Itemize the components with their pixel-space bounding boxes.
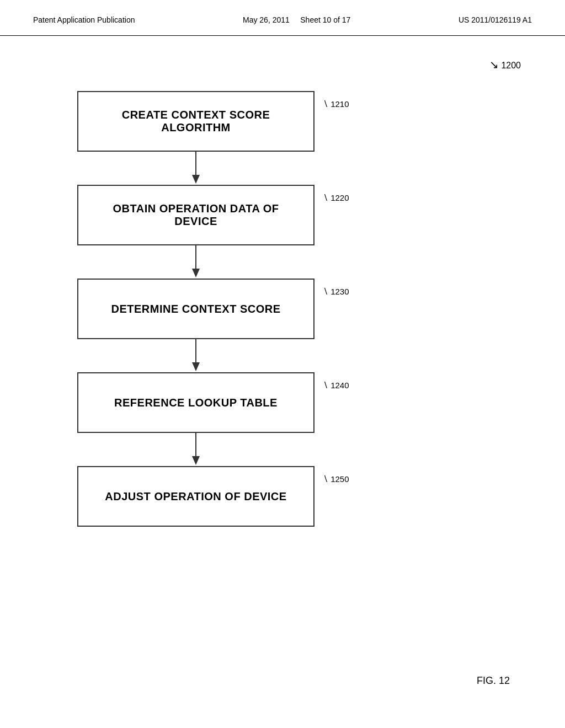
step-ref-1210: ∖ 1210 — [323, 99, 349, 109]
step-label-1210: CREATE CONTEXT SCOREALGORITHM — [122, 109, 270, 134]
step-box-1210: CREATE CONTEXT SCOREALGORITHM — [77, 91, 315, 152]
header-right: US 2011/0126119 A1 — [459, 15, 532, 24]
step-box-1250: ADJUST OPERATION OF DEVICE — [77, 466, 315, 527]
svg-marker-5 — [192, 362, 200, 371]
arrow-1240-1250 — [77, 433, 315, 466]
arrow-svg-4 — [188, 433, 204, 466]
step-ref-1230: ∖ 1230 — [323, 287, 349, 297]
patent-number-label: US 2011/0126119 A1 — [459, 15, 532, 24]
arrow-1210-1220 — [77, 152, 315, 185]
step-label-1230: DETERMINE CONTEXT SCORE — [111, 303, 280, 315]
step-row-1210: CREATE CONTEXT SCOREALGORITHM ∖ 1210 — [77, 91, 315, 152]
svg-marker-1 — [192, 175, 200, 184]
arrow-1220-1230 — [77, 245, 315, 279]
step-row-1220: OBTAIN OPERATION DATA OFDEVICE ∖ 1220 — [77, 185, 315, 245]
step-row-1250: ADJUST OPERATION OF DEVICE ∖ 1250 — [77, 466, 315, 527]
publication-label: Patent Application Publication — [33, 15, 135, 24]
step-ref-1250: ∖ 1250 — [323, 474, 349, 484]
step-row-1230: DETERMINE CONTEXT SCORE ∖ 1230 — [77, 279, 315, 339]
svg-marker-7 — [192, 456, 200, 465]
flowchart-id-label: ↘ 1200 — [489, 58, 521, 71]
step-ref-1240: ∖ 1240 — [323, 381, 349, 390]
arrow-1230-1240 — [77, 339, 315, 372]
sheet-label: Sheet 10 of 17 — [300, 15, 350, 24]
arrow-svg-1 — [188, 152, 204, 185]
step-label-1220: OBTAIN OPERATION DATA OFDEVICE — [113, 202, 279, 228]
step-ref-1220: ∖ 1220 — [323, 193, 349, 203]
step-box-1240: REFERENCE LOOKUP TABLE — [77, 372, 315, 433]
step-box-1220: OBTAIN OPERATION DATA OFDEVICE — [77, 185, 315, 245]
figure-label: FIG. 12 — [477, 675, 510, 686]
header-middle: May 26, 2011 Sheet 10 of 17 — [243, 15, 350, 24]
page-header: Patent Application Publication May 26, 2… — [0, 0, 565, 36]
step-label-1250: ADJUST OPERATION OF DEVICE — [105, 490, 286, 503]
flowchart: CREATE CONTEXT SCOREALGORITHM ∖ 1210 OBT… — [77, 91, 532, 527]
diagram-area: ↘ 1200 CREATE CONTEXT SCOREALGORITHM ∖ 1… — [0, 36, 565, 720]
figure-caption: FIG. 12 — [477, 675, 510, 687]
header-left: Patent Application Publication — [33, 15, 135, 24]
svg-marker-3 — [192, 269, 200, 277]
step-row-1240: REFERENCE LOOKUP TABLE ∖ 1240 — [77, 372, 315, 433]
arrow-svg-3 — [188, 339, 204, 372]
step-box-1230: DETERMINE CONTEXT SCORE — [77, 279, 315, 339]
arrow-svg-2 — [188, 245, 204, 279]
diagram-id: 1200 — [501, 61, 521, 70]
arrow-mark: ↘ — [489, 58, 499, 71]
date-label: May 26, 2011 — [243, 15, 290, 24]
step-label-1240: REFERENCE LOOKUP TABLE — [114, 397, 278, 409]
